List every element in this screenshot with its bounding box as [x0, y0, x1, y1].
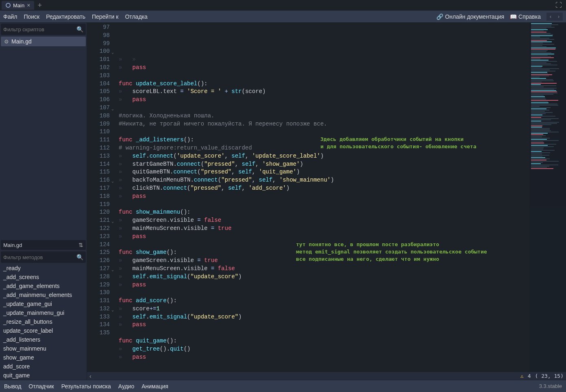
annotation-2: тут понятно все, в прошлом посте разбира… — [296, 241, 487, 263]
warning-count[interactable]: 4 — [528, 373, 531, 379]
code-container[interactable]: 979899100⌄101102103104105106107⌄10810911… — [87, 23, 566, 372]
minimap[interactable] — [529, 23, 566, 372]
script-name-row: Main.gd ⇅ — [1, 240, 86, 250]
search-icon[interactable]: 🔍 — [76, 254, 83, 260]
link-icon: 🔗 — [436, 13, 443, 20]
tab-main[interactable]: Main × — [2, 1, 34, 10]
sidebar: 🔍 ⚙ Main.gd Main.gd ⇅ 🔍 _ready_add_scree… — [0, 23, 87, 380]
method-item[interactable]: quit_game — [0, 371, 87, 380]
menu-bar: Файл Поиск Редактировать Перейти к Отлад… — [0, 11, 566, 23]
bottom-search-results[interactable]: Результаты поиска — [61, 383, 111, 390]
filter-methods-input[interactable] — [3, 254, 76, 260]
method-item[interactable]: _add_screens — [0, 273, 87, 282]
gutter: 979899100⌄101102103104105106107⌄10810911… — [87, 23, 113, 372]
method-item[interactable]: show_mainmenu — [0, 344, 87, 353]
annotation-1: Здесь добавляем обработчики событий на к… — [320, 136, 477, 150]
menu-file[interactable]: Файл — [3, 13, 17, 20]
script-item-main[interactable]: ⚙ Main.gd — [1, 37, 86, 46]
gear-icon: ⚙ — [4, 39, 9, 45]
bottom-debugger[interactable]: Отладчик — [28, 383, 54, 390]
online-doc-link[interactable]: 🔗 Онлайн документация — [436, 13, 504, 20]
tab-bar: Main × + ⛶ — [0, 0, 566, 11]
editor-statusbar: ‹ ⚠ 4 ( 23, 15) — [87, 372, 566, 380]
filter-scripts-box: 🔍 — [1, 24, 86, 35]
method-item[interactable]: _update_game_gui — [0, 299, 87, 308]
method-item[interactable]: update_score_label — [0, 326, 87, 335]
sort-icon[interactable]: ⇅ — [78, 242, 83, 248]
method-item[interactable]: _ready — [0, 264, 87, 273]
method-list: _ready_add_screens_add_game_elements_add… — [0, 264, 87, 380]
bottom-animation[interactable]: Анимация — [142, 383, 168, 390]
main-area: 🔍 ⚙ Main.gd Main.gd ⇅ 🔍 _ready_add_scree… — [0, 23, 566, 380]
search-icon[interactable]: 🔍 — [76, 26, 83, 32]
menu-search[interactable]: Поиск — [24, 13, 39, 20]
method-item[interactable]: _update_mainmenu_gui — [0, 308, 87, 317]
menu-goto[interactable]: Перейти к — [92, 13, 119, 20]
warning-icon[interactable]: ⚠ — [520, 373, 524, 379]
bottom-output[interactable]: Вывод — [4, 383, 21, 390]
nav-forward-button[interactable]: › — [555, 13, 563, 21]
menu-debug[interactable]: Отладка — [125, 13, 147, 20]
script-label: Main.gd — [11, 38, 32, 45]
method-item[interactable]: show_game — [0, 353, 87, 362]
nav-back-button[interactable]: ‹ — [546, 13, 555, 21]
method-item[interactable]: _add_listeners — [0, 335, 87, 344]
method-item[interactable]: add_score — [0, 362, 87, 371]
fullscreen-icon[interactable]: ⛶ — [553, 2, 564, 9]
scroll-left-icon[interactable]: ‹ — [89, 373, 91, 379]
method-item[interactable]: _add_mainmenu_elements — [0, 290, 87, 299]
code-lines[interactable]: Здесь добавляем обработчики событий на к… — [113, 23, 566, 372]
editor-area: 979899100⌄101102103104105106107⌄10810911… — [87, 23, 566, 380]
method-item[interactable]: _add_game_elements — [0, 282, 87, 290]
filter-methods-box: 🔍 — [1, 251, 86, 263]
version-label: 3.3.stable — [539, 383, 562, 389]
close-icon[interactable]: × — [27, 2, 30, 9]
scene-icon — [6, 3, 11, 8]
method-item[interactable]: _resize_all_buttons — [0, 317, 87, 326]
bottom-bar: Вывод Отладчик Результаты поиска Аудио А… — [0, 380, 566, 392]
cursor-position: ( 23, 15) — [535, 373, 564, 379]
add-tab-button[interactable]: + — [34, 1, 45, 10]
help-icon: 📖 — [510, 13, 517, 20]
filter-scripts-input[interactable] — [3, 26, 76, 32]
current-script-name: Main.gd — [3, 242, 22, 248]
tab-title: Main — [13, 2, 24, 9]
menu-edit[interactable]: Редактировать — [46, 13, 85, 20]
bottom-audio[interactable]: Аудио — [118, 383, 135, 390]
help-link[interactable]: 📖 Справка — [510, 13, 541, 20]
